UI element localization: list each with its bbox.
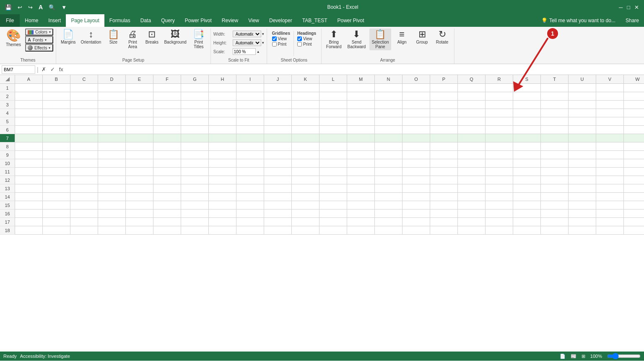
cell-V8[interactable] <box>596 142 624 151</box>
cell-E1[interactable] <box>126 84 153 92</box>
close-button[interactable]: ✕ <box>633 3 641 11</box>
col-header-I[interactable]: I <box>236 75 264 83</box>
col-header-R[interactable]: R <box>486 75 513 83</box>
cell-L12[interactable] <box>319 176 347 184</box>
cell-A14[interactable] <box>15 193 43 201</box>
row-num-6[interactable]: 6 <box>0 126 15 134</box>
cell-D8[interactable] <box>98 142 126 151</box>
cell-W5[interactable] <box>624 117 644 126</box>
cell-M12[interactable] <box>347 176 375 184</box>
cell-U2[interactable] <box>569 92 596 101</box>
col-header-E[interactable]: E <box>126 75 153 83</box>
cell-G10[interactable] <box>181 159 209 168</box>
col-header-W[interactable]: W <box>624 75 644 83</box>
cell-W18[interactable] <box>624 226 644 235</box>
cell-T12[interactable] <box>541 176 569 184</box>
col-header-T[interactable]: T <box>541 75 569 83</box>
cell-M2[interactable] <box>347 92 375 101</box>
cell-C9[interactable] <box>70 151 98 159</box>
cell-B4[interactable] <box>43 109 70 117</box>
cell-E7[interactable] <box>126 134 153 142</box>
cell-R10[interactable] <box>486 159 513 168</box>
cell-K11[interactable] <box>292 168 319 176</box>
cell-D12[interactable] <box>98 176 126 184</box>
cell-T18[interactable] <box>541 226 569 235</box>
cell-A6[interactable] <box>15 126 43 134</box>
cell-U10[interactable] <box>569 159 596 168</box>
cell-S8[interactable] <box>513 142 541 151</box>
cell-A8[interactable] <box>15 142 43 151</box>
cell-D6[interactable] <box>98 126 126 134</box>
find-button[interactable]: 🔍 <box>47 3 57 11</box>
cell-H8[interactable] <box>209 142 236 151</box>
cell-F11[interactable] <box>153 168 181 176</box>
cell-W7[interactable] <box>624 134 644 142</box>
cell-B8[interactable] <box>43 142 70 151</box>
cell-S15[interactable] <box>513 201 541 209</box>
share-button[interactable]: Share <box>621 14 644 27</box>
cell-G6[interactable] <box>181 126 209 134</box>
cell-C10[interactable] <box>70 159 98 168</box>
cell-A11[interactable] <box>15 168 43 176</box>
cell-W8[interactable] <box>624 142 644 151</box>
cell-G18[interactable] <box>181 226 209 235</box>
cell-J17[interactable] <box>264 218 292 226</box>
cell-T10[interactable] <box>541 159 569 168</box>
cell-U9[interactable] <box>569 151 596 159</box>
cell-D5[interactable] <box>98 117 126 126</box>
cell-O10[interactable] <box>402 159 430 168</box>
cell-B14[interactable] <box>43 193 70 201</box>
cell-M7[interactable] <box>347 134 375 142</box>
cell-J11[interactable] <box>264 168 292 176</box>
cell-L7[interactable] <box>319 134 347 142</box>
row-num-16[interactable]: 16 <box>0 209 15 218</box>
rotate-button[interactable]: ↻ Rotate <box>433 28 452 46</box>
cell-S14[interactable] <box>513 193 541 201</box>
cell-Q5[interactable] <box>458 117 486 126</box>
cell-D7[interactable] <box>98 134 126 142</box>
cell-C3[interactable] <box>70 101 98 109</box>
cell-Q8[interactable] <box>458 142 486 151</box>
cell-W4[interactable] <box>624 109 644 117</box>
cell-U15[interactable] <box>569 201 596 209</box>
col-header-J[interactable]: J <box>264 75 292 83</box>
cell-S2[interactable] <box>513 92 541 101</box>
cell-B1[interactable] <box>43 84 70 92</box>
cell-J9[interactable] <box>264 151 292 159</box>
cell-V1[interactable] <box>596 84 624 92</box>
cell-N1[interactable] <box>375 84 402 92</box>
cell-T15[interactable] <box>541 201 569 209</box>
cell-H18[interactable] <box>209 226 236 235</box>
cell-P7[interactable] <box>430 134 458 142</box>
headings-view-checkbox[interactable] <box>297 36 302 41</box>
cell-C1[interactable] <box>70 84 98 92</box>
cell-V4[interactable] <box>596 109 624 117</box>
cell-K5[interactable] <box>292 117 319 126</box>
cell-C11[interactable] <box>70 168 98 176</box>
row-num-5[interactable]: 5 <box>0 117 15 126</box>
orientation-button[interactable]: ↕ Orientation <box>78 28 103 46</box>
cell-V15[interactable] <box>596 201 624 209</box>
view-normal-button[interactable]: 📄 <box>560 354 566 359</box>
cell-C4[interactable] <box>70 109 98 117</box>
cell-W12[interactable] <box>624 176 644 184</box>
cell-C17[interactable] <box>70 218 98 226</box>
cell-O17[interactable] <box>402 218 430 226</box>
cell-J18[interactable] <box>264 226 292 235</box>
cell-L4[interactable] <box>319 109 347 117</box>
cell-P4[interactable] <box>430 109 458 117</box>
cell-U11[interactable] <box>569 168 596 176</box>
menu-home[interactable]: Home <box>20 14 43 27</box>
cell-N5[interactable] <box>375 117 402 126</box>
cell-H10[interactable] <box>209 159 236 168</box>
cell-E13[interactable] <box>126 184 153 193</box>
cell-E17[interactable] <box>126 218 153 226</box>
menu-developer[interactable]: Developer <box>264 14 297 27</box>
cell-Q4[interactable] <box>458 109 486 117</box>
cell-J3[interactable] <box>264 101 292 109</box>
row-num-7[interactable]: 7 <box>0 134 15 142</box>
col-header-K[interactable]: K <box>292 75 319 83</box>
cell-M18[interactable] <box>347 226 375 235</box>
cell-V9[interactable] <box>596 151 624 159</box>
row-num-4[interactable]: 4 <box>0 109 15 117</box>
